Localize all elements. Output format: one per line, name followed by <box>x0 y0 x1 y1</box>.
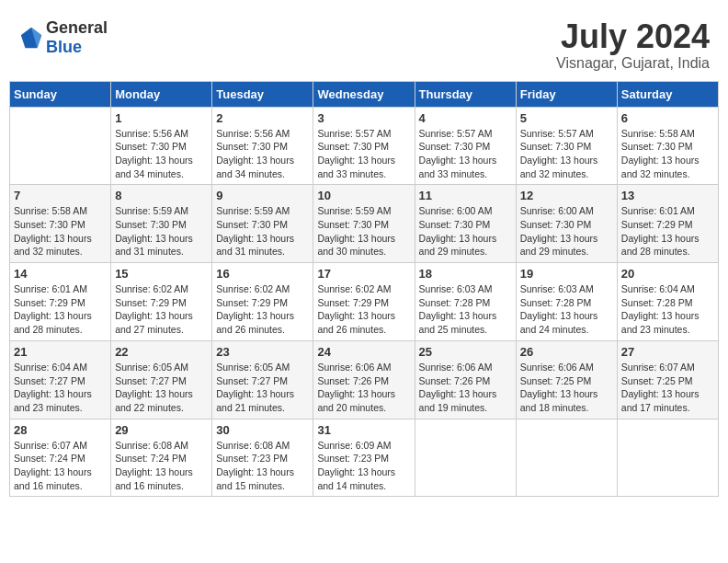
calendar-day-cell: 30Sunrise: 6:08 AM Sunset: 7:23 PM Dayli… <box>212 419 313 497</box>
logo-text-general: General <box>46 18 108 37</box>
day-info: Sunrise: 5:59 AM Sunset: 7:30 PM Dayligh… <box>216 204 309 259</box>
calendar-week-row: 21Sunrise: 6:04 AM Sunset: 7:27 PM Dayli… <box>10 340 719 419</box>
day-info: Sunrise: 5:59 AM Sunset: 7:30 PM Dayligh… <box>317 204 410 259</box>
title-block: July 2024 Visnagar, Gujarat, India <box>556 18 710 72</box>
location: Visnagar, Gujarat, India <box>556 55 710 72</box>
calendar-day-cell: 13Sunrise: 6:01 AM Sunset: 7:29 PM Dayli… <box>617 185 718 263</box>
day-number: 8 <box>115 189 208 202</box>
calendar-day-cell: 31Sunrise: 6:09 AM Sunset: 7:23 PM Dayli… <box>313 419 415 497</box>
logo-text-blue: Blue <box>46 38 82 56</box>
logo: General Blue <box>18 18 108 57</box>
calendar-day-cell: 24Sunrise: 6:06 AM Sunset: 7:26 PM Dayli… <box>313 340 415 419</box>
day-number: 26 <box>520 345 613 359</box>
day-number: 17 <box>317 267 410 281</box>
calendar-day-cell: 16Sunrise: 6:02 AM Sunset: 7:29 PM Dayli… <box>212 263 313 341</box>
day-number: 23 <box>216 345 309 359</box>
calendar-week-row: 28Sunrise: 6:07 AM Sunset: 7:24 PM Dayli… <box>10 419 719 497</box>
weekday-header-cell: Sunday <box>10 81 111 107</box>
day-number: 6 <box>621 111 714 125</box>
day-number: 31 <box>317 423 410 437</box>
calendar-day-cell: 5Sunrise: 5:57 AM Sunset: 7:30 PM Daylig… <box>516 107 617 185</box>
day-info: Sunrise: 5:57 AM Sunset: 7:30 PM Dayligh… <box>317 127 410 181</box>
day-info: Sunrise: 6:03 AM Sunset: 7:28 PM Dayligh… <box>520 282 613 337</box>
day-number: 21 <box>14 345 107 359</box>
calendar-day-cell: 27Sunrise: 6:07 AM Sunset: 7:25 PM Dayli… <box>617 340 718 419</box>
day-info: Sunrise: 6:08 AM Sunset: 7:24 PM Dayligh… <box>115 439 208 493</box>
calendar-day-cell: 14Sunrise: 6:01 AM Sunset: 7:29 PM Dayli… <box>10 263 111 341</box>
day-number: 5 <box>520 111 613 125</box>
day-number: 15 <box>115 267 208 281</box>
day-number: 24 <box>317 345 410 359</box>
weekday-header-cell: Friday <box>516 81 617 107</box>
calendar-day-cell: 12Sunrise: 6:00 AM Sunset: 7:30 PM Dayli… <box>516 185 617 263</box>
weekday-header-cell: Wednesday <box>313 81 415 107</box>
day-info: Sunrise: 5:58 AM Sunset: 7:30 PM Dayligh… <box>14 204 107 259</box>
day-info: Sunrise: 6:02 AM Sunset: 7:29 PM Dayligh… <box>115 282 208 337</box>
calendar-day-cell <box>617 419 718 497</box>
day-number: 13 <box>621 189 714 202</box>
day-number: 14 <box>14 267 107 281</box>
calendar-day-cell: 4Sunrise: 5:57 AM Sunset: 7:30 PM Daylig… <box>415 107 516 185</box>
weekday-header-cell: Saturday <box>617 81 718 107</box>
day-number: 29 <box>115 423 208 437</box>
calendar-day-cell <box>10 107 111 185</box>
day-info: Sunrise: 5:57 AM Sunset: 7:30 PM Dayligh… <box>520 127 613 181</box>
day-info: Sunrise: 6:09 AM Sunset: 7:23 PM Dayligh… <box>317 439 410 493</box>
day-number: 27 <box>621 345 714 359</box>
calendar-week-row: 1Sunrise: 5:56 AM Sunset: 7:30 PM Daylig… <box>10 107 719 185</box>
calendar-day-cell: 1Sunrise: 5:56 AM Sunset: 7:30 PM Daylig… <box>111 107 212 185</box>
logo-icon <box>18 25 44 51</box>
day-number: 4 <box>419 111 512 125</box>
day-info: Sunrise: 6:06 AM Sunset: 7:26 PM Dayligh… <box>419 361 512 415</box>
calendar-day-cell: 21Sunrise: 6:04 AM Sunset: 7:27 PM Dayli… <box>10 340 111 419</box>
day-info: Sunrise: 6:05 AM Sunset: 7:27 PM Dayligh… <box>115 361 208 415</box>
calendar-day-cell: 2Sunrise: 5:56 AM Sunset: 7:30 PM Daylig… <box>212 107 313 185</box>
calendar-week-row: 14Sunrise: 6:01 AM Sunset: 7:29 PM Dayli… <box>10 263 719 341</box>
calendar-day-cell: 6Sunrise: 5:58 AM Sunset: 7:30 PM Daylig… <box>617 107 718 185</box>
page-header: General Blue July 2024 Visnagar, Gujarat… <box>9 9 719 76</box>
month-year: July 2024 <box>556 18 710 55</box>
day-info: Sunrise: 6:02 AM Sunset: 7:29 PM Dayligh… <box>216 282 309 337</box>
calendar-day-cell: 22Sunrise: 6:05 AM Sunset: 7:27 PM Dayli… <box>111 340 212 419</box>
calendar-week-row: 7Sunrise: 5:58 AM Sunset: 7:30 PM Daylig… <box>10 185 719 263</box>
calendar-day-cell: 15Sunrise: 6:02 AM Sunset: 7:29 PM Dayli… <box>111 263 212 341</box>
day-info: Sunrise: 6:01 AM Sunset: 7:29 PM Dayligh… <box>621 204 714 259</box>
weekday-header-cell: Tuesday <box>212 81 313 107</box>
day-number: 2 <box>216 111 309 125</box>
day-number: 19 <box>520 267 613 281</box>
day-number: 16 <box>216 267 309 281</box>
calendar-day-cell <box>516 419 617 497</box>
calendar-day-cell: 10Sunrise: 5:59 AM Sunset: 7:30 PM Dayli… <box>313 185 415 263</box>
day-number: 12 <box>520 189 613 202</box>
day-number: 1 <box>115 111 208 125</box>
calendar-day-cell: 11Sunrise: 6:00 AM Sunset: 7:30 PM Dayli… <box>415 185 516 263</box>
day-number: 22 <box>115 345 208 359</box>
calendar-table: SundayMondayTuesdayWednesdayThursdayFrid… <box>9 81 719 498</box>
day-info: Sunrise: 6:00 AM Sunset: 7:30 PM Dayligh… <box>520 204 613 259</box>
day-info: Sunrise: 6:06 AM Sunset: 7:26 PM Dayligh… <box>317 361 410 415</box>
day-info: Sunrise: 6:04 AM Sunset: 7:28 PM Dayligh… <box>621 282 714 337</box>
calendar-day-cell: 28Sunrise: 6:07 AM Sunset: 7:24 PM Dayli… <box>10 419 111 497</box>
day-info: Sunrise: 6:01 AM Sunset: 7:29 PM Dayligh… <box>14 282 107 337</box>
day-info: Sunrise: 6:07 AM Sunset: 7:25 PM Dayligh… <box>621 361 714 415</box>
day-number: 30 <box>216 423 309 437</box>
day-number: 10 <box>317 189 410 202</box>
day-number: 25 <box>419 345 512 359</box>
day-number: 7 <box>14 189 107 202</box>
day-info: Sunrise: 5:57 AM Sunset: 7:30 PM Dayligh… <box>419 127 512 181</box>
calendar-day-cell: 26Sunrise: 6:06 AM Sunset: 7:25 PM Dayli… <box>516 340 617 419</box>
calendar-day-cell: 23Sunrise: 6:05 AM Sunset: 7:27 PM Dayli… <box>212 340 313 419</box>
calendar-body: 1Sunrise: 5:56 AM Sunset: 7:30 PM Daylig… <box>10 107 719 497</box>
calendar-day-cell: 29Sunrise: 6:08 AM Sunset: 7:24 PM Dayli… <box>111 419 212 497</box>
calendar-day-cell: 7Sunrise: 5:58 AM Sunset: 7:30 PM Daylig… <box>10 185 111 263</box>
calendar-day-cell: 19Sunrise: 6:03 AM Sunset: 7:28 PM Dayli… <box>516 263 617 341</box>
calendar-day-cell: 18Sunrise: 6:03 AM Sunset: 7:28 PM Dayli… <box>415 263 516 341</box>
calendar-day-cell: 17Sunrise: 6:02 AM Sunset: 7:29 PM Dayli… <box>313 263 415 341</box>
day-number: 9 <box>216 189 309 202</box>
weekday-header-cell: Monday <box>111 81 212 107</box>
weekday-header-cell: Thursday <box>415 81 516 107</box>
day-info: Sunrise: 6:05 AM Sunset: 7:27 PM Dayligh… <box>216 361 309 415</box>
day-info: Sunrise: 6:03 AM Sunset: 7:28 PM Dayligh… <box>419 282 512 337</box>
weekday-header-row: SundayMondayTuesdayWednesdayThursdayFrid… <box>10 81 719 107</box>
day-info: Sunrise: 6:06 AM Sunset: 7:25 PM Dayligh… <box>520 361 613 415</box>
